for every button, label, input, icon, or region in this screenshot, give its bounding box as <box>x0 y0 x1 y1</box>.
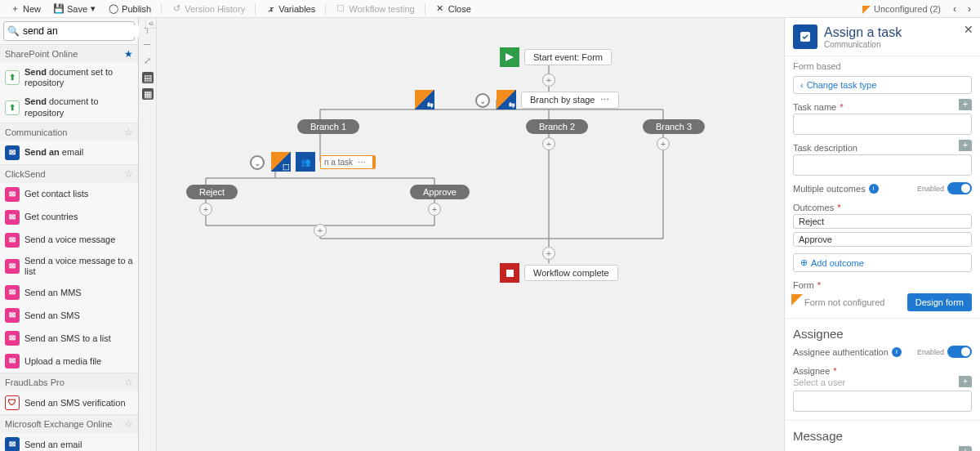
branch3-pill[interactable]: Branch 3 <box>643 119 705 134</box>
action-item[interactable]: ✉Send a voice message <box>0 229 138 252</box>
favorite-icon[interactable]: ☆ <box>124 377 133 388</box>
task-collapse[interactable]: ⌄ <box>250 155 265 170</box>
favorite-icon[interactable]: ★ <box>124 48 133 60</box>
fit-icon[interactable]: ⤢ <box>142 56 154 67</box>
action-item[interactable]: ✉Get contact lists <box>0 183 138 206</box>
category-header[interactable]: FraudLabs Pro ☆ <box>0 373 138 391</box>
action-item[interactable]: 🛡Send an SMS verification <box>0 391 138 414</box>
action-item[interactable]: ✉Send an email <box>0 433 138 451</box>
design-form-button[interactable]: Design form <box>907 293 972 311</box>
start-node[interactable]: Start event: Form <box>500 47 612 67</box>
action-item[interactable]: ⬆Send document set to repository <box>0 63 138 92</box>
category-header[interactable]: Communication ☆ <box>0 123 138 141</box>
print-icon[interactable]: ▤ <box>142 72 154 83</box>
action-icon: ✉ <box>5 285 20 300</box>
action-icon: ✉ <box>5 437 20 451</box>
category-header[interactable]: Microsoft Exchange Online ☆ <box>0 414 138 433</box>
form-status: Form not configured <box>793 297 904 307</box>
add-node[interactable]: + <box>542 74 555 87</box>
branch-by-stage-chip[interactable]: ⇆ Branch by stage ⋯ <box>497 90 619 109</box>
publish-button[interactable]: ◯ Publish <box>104 1 156 17</box>
branch2-label: Branch 2 <box>539 122 575 132</box>
enabled-label: Enabled <box>917 185 944 193</box>
multi-outcomes-toggle[interactable] <box>947 182 972 194</box>
version-history-button[interactable]: ↺ Version History <box>167 1 250 17</box>
action-search[interactable]: 🔍 ✕ <box>3 21 135 41</box>
branch2-pill[interactable]: Branch 2 <box>526 119 588 134</box>
add-node[interactable]: + <box>542 247 555 260</box>
category-header[interactable]: ClickSend ☆ <box>0 164 138 183</box>
insert-variable-icon[interactable]: + <box>959 140 972 151</box>
node-more-icon[interactable]: ⋯ <box>600 95 610 105</box>
actions-list[interactable]: SharePoint Online ★⬆Send document set to… <box>0 44 138 451</box>
favorite-icon[interactable]: ☆ <box>124 418 133 430</box>
branch-by-stage-node[interactable]: ⇆ <box>415 90 434 109</box>
add-node[interactable]: + <box>542 137 555 150</box>
prev-button[interactable]: ‹ <box>949 3 960 15</box>
insert-variable-icon[interactable]: + <box>959 446 972 451</box>
save-button[interactable]: 💾 Save ▾ <box>49 1 100 17</box>
outcome-approve[interactable]: Approve <box>793 232 972 247</box>
add-node[interactable]: + <box>314 224 327 237</box>
node-more-icon[interactable]: ⋯ <box>358 158 366 167</box>
add-outcome-label: Add outcome <box>811 258 864 268</box>
category-label: Microsoft Exchange Online <box>5 419 112 429</box>
action-item[interactable]: ✉Send an SMS to a list <box>0 327 138 350</box>
add-outcome-button[interactable]: ⊕ Add outcome <box>793 253 972 272</box>
favorite-icon[interactable]: ☆ <box>124 127 133 138</box>
zoom-out-icon[interactable]: ─ <box>142 39 154 51</box>
action-item[interactable]: ✉Send a voice message to a list <box>0 252 138 281</box>
add-node[interactable]: + <box>199 203 212 216</box>
task-name-input[interactable] <box>793 114 972 135</box>
complete-label: Workflow complete <box>533 268 609 278</box>
action-label: Send an email <box>24 147 83 158</box>
action-item[interactable]: ✉Upload a media file <box>0 350 138 373</box>
reject-pill[interactable]: Reject <box>186 185 238 199</box>
insert-variable-icon[interactable]: + <box>959 376 972 387</box>
close-button[interactable]: ✕ Close <box>430 1 476 17</box>
favorite-icon[interactable]: ☆ <box>124 168 133 180</box>
action-item[interactable]: ✉Get countries <box>0 206 138 229</box>
add-node[interactable]: + <box>428 203 441 216</box>
export-icon[interactable]: ▦ <box>142 88 154 100</box>
add-node[interactable]: + <box>657 137 670 150</box>
approve-pill[interactable]: Approve <box>410 185 470 199</box>
change-task-type-button[interactable]: ‹ Change task type <box>793 76 972 94</box>
search-input[interactable] <box>23 25 145 37</box>
workflow-testing-button[interactable]: ☐ Workflow testing <box>331 1 420 17</box>
action-label: Send an email <box>24 440 82 450</box>
next-button[interactable]: › <box>964 3 975 15</box>
action-item[interactable]: ✉Send an SMS <box>0 304 138 327</box>
action-icon: ✉ <box>5 308 20 323</box>
variables-button[interactable]: 𝑥 Variables <box>261 1 320 17</box>
save-dropdown-icon[interactable]: ▾ <box>91 3 96 14</box>
assign-task-node[interactable]: ⬚ 👥 n a task ⋯ <box>271 152 376 172</box>
new-button[interactable]: ＋ New <box>5 1 46 17</box>
action-label: Upload a media file <box>24 356 101 367</box>
branch1-pill[interactable]: Branch 1 <box>297 119 359 134</box>
action-item[interactable]: ⬆Send document to repository <box>0 92 138 122</box>
insert-variable-icon[interactable]: + <box>959 99 972 110</box>
info-icon[interactable]: i <box>869 184 879 194</box>
outcome-reject[interactable]: Reject <box>793 214 972 229</box>
testing-icon: ☐ <box>336 4 345 14</box>
assignee-input[interactable] <box>793 391 972 412</box>
info-icon[interactable]: i <box>892 347 902 357</box>
action-item[interactable]: ✉Send an MMS <box>0 281 138 304</box>
assignee-auth-label: Assignee authentication <box>793 347 889 357</box>
plus-circle-icon: ⊕ <box>800 257 808 268</box>
toolbar-separator <box>161 3 162 15</box>
collapse-sidebar-icon[interactable]: « <box>145 17 157 29</box>
complete-node[interactable]: Workflow complete <box>500 263 618 283</box>
action-item[interactable]: ✉Send an email <box>0 141 138 164</box>
category-header[interactable]: SharePoint Online ★ <box>0 44 138 63</box>
branch-collapse[interactable]: ⌄ <box>475 93 490 108</box>
panel-close-icon[interactable]: ✕ <box>964 23 973 36</box>
task-desc-input[interactable] <box>793 154 972 176</box>
assignee-auth-toggle[interactable] <box>947 346 972 358</box>
panel-header: Assign a task Communication ✕ <box>785 18 980 56</box>
multiple-outcomes-row: Multiple outcomes i Enabled <box>785 179 980 198</box>
workflow-canvas[interactable]: Start event: Form + ⇆ ⌄ ⇆ Branch by stag… <box>157 18 784 451</box>
unconfigured-badge[interactable]: Unconfigured (2) <box>869 4 946 14</box>
action-icon: ✉ <box>5 259 20 274</box>
